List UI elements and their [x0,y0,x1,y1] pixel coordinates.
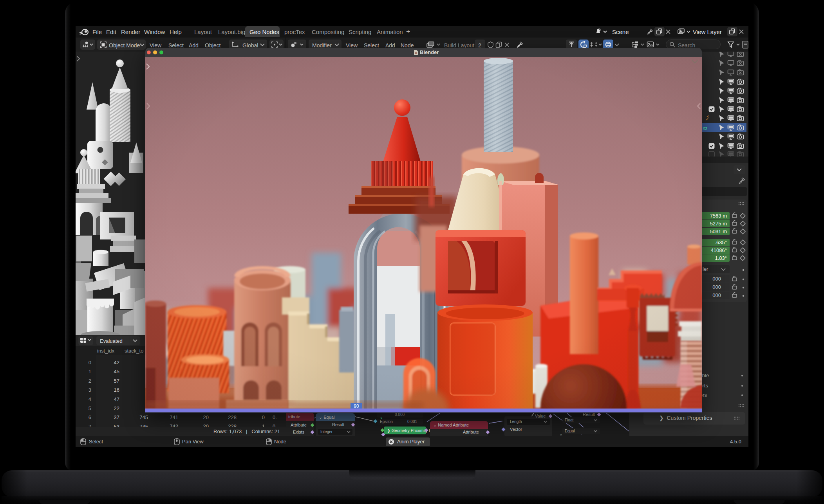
svg-text:90: 90 [354,403,359,409]
